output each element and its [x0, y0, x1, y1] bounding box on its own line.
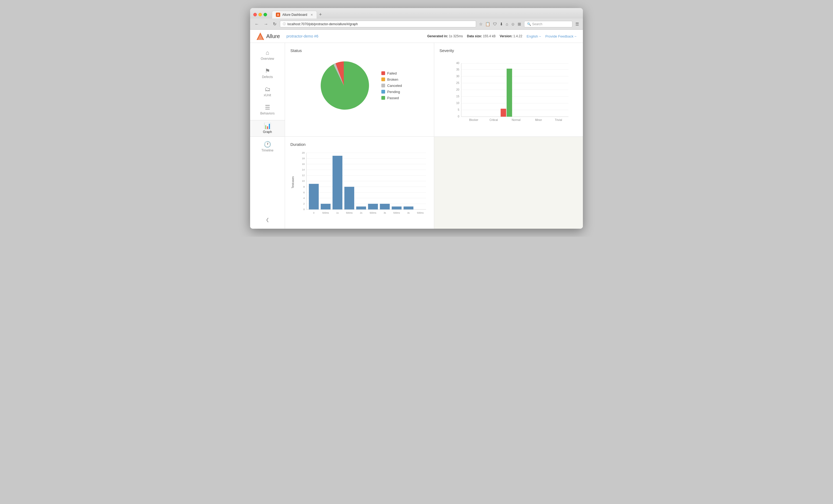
- generated-value: 1s 325ms: [449, 34, 463, 38]
- behaviors-icon: ☰: [265, 105, 270, 110]
- sidebar-item-overview[interactable]: ⌂ Overview: [250, 47, 285, 63]
- duration-chart-wrap: Testcases 0 2 4 6 8 10 1: [290, 150, 429, 223]
- new-tab-button[interactable]: +: [317, 11, 324, 19]
- language-button[interactable]: English ~: [526, 34, 541, 38]
- shield-icon[interactable]: 🛡: [492, 21, 498, 27]
- pending-color: [381, 90, 385, 94]
- defects-label: Defects: [262, 75, 273, 79]
- svg-text:Testcases: Testcases: [291, 176, 294, 188]
- allure-logo-icon: [257, 32, 264, 40]
- svg-text:8: 8: [303, 185, 305, 188]
- title-bar: A Allure Dashboard ✕ +: [250, 8, 583, 19]
- svg-text:Minor: Minor: [535, 119, 542, 122]
- svg-text:4s: 4s: [407, 212, 410, 214]
- browser-tab[interactable]: A Allure Dashboard ✕: [272, 11, 317, 19]
- pie-container: Failed Broken Canceled Pending: [290, 56, 429, 115]
- legend-item-passed: Passed: [381, 96, 402, 100]
- back-button[interactable]: ←: [253, 21, 260, 27]
- star-icon[interactable]: ☆: [478, 21, 483, 27]
- extensions-icon[interactable]: ⊞: [517, 21, 522, 27]
- severity-chart-wrap: 0 5 10 15 20 25: [439, 56, 578, 131]
- reload-button[interactable]: ↻: [271, 21, 278, 27]
- xunit-icon: 🗂: [265, 86, 270, 92]
- data-size-label: Data size:: [467, 34, 482, 38]
- minimize-button[interactable]: [258, 13, 262, 16]
- severity-bar-normal-red: [500, 109, 506, 117]
- svg-text:0: 0: [457, 115, 459, 118]
- tab-bar: A Allure Dashboard ✕ +: [272, 11, 580, 19]
- app-logo: Allure: [257, 32, 280, 40]
- version-label: Version:: [500, 34, 512, 38]
- sidebar-item-defects[interactable]: ⚑ Defects: [250, 66, 285, 81]
- generated-info: Generated in: 1s 325ms Data size: 155.4 …: [427, 34, 522, 38]
- search-placeholder: Search: [532, 22, 542, 26]
- svg-text:2s: 2s: [360, 212, 362, 214]
- search-field[interactable]: 🔍 Search: [524, 21, 572, 27]
- content-grid: Status: [285, 43, 583, 229]
- app-body: ⌂ Overview ⚑ Defects 🗂 xUnit ☰ Behaviors…: [250, 43, 583, 229]
- svg-text:4: 4: [303, 197, 305, 199]
- generated-label: Generated in:: [427, 34, 448, 38]
- traffic-lights: [253, 13, 267, 16]
- url-field[interactable]: ⓘ localhost:7070/job/protractor-demo/all…: [280, 21, 476, 27]
- close-button[interactable]: [253, 13, 257, 16]
- failed-color: [381, 71, 385, 75]
- svg-text:500ms: 500ms: [346, 212, 353, 214]
- svg-text:0: 0: [303, 208, 305, 211]
- sidebar-item-graph[interactable]: 📊 Graph: [250, 120, 285, 137]
- empty-panel: [434, 137, 583, 229]
- severity-panel: Severity 0 5: [434, 43, 583, 136]
- tab-favicon: A: [276, 12, 280, 17]
- sidebar-item-behaviors[interactable]: ☰ Behaviors: [250, 102, 285, 118]
- defects-icon: ⚑: [265, 68, 270, 74]
- svg-text:10: 10: [302, 180, 305, 182]
- dur-bar-7: [392, 206, 402, 209]
- svg-text:35: 35: [456, 68, 459, 71]
- sidebar: ⌂ Overview ⚑ Defects 🗂 xUnit ☰ Behaviors…: [250, 43, 285, 229]
- dur-bar-6: [380, 204, 390, 209]
- broken-label: Broken: [387, 77, 398, 81]
- maximize-button[interactable]: [264, 13, 267, 16]
- legend-item-failed: Failed: [381, 71, 402, 75]
- svg-text:6: 6: [303, 191, 305, 194]
- sidebar-item-timeline[interactable]: 🕐 Timeline: [250, 139, 285, 155]
- svg-text:Normal: Normal: [511, 119, 520, 122]
- dur-bar-0: [309, 184, 319, 210]
- svg-text:14: 14: [302, 168, 305, 171]
- status-title: Status: [290, 48, 429, 53]
- dur-bar-4: [356, 206, 366, 209]
- legend-item-canceled: Canceled: [381, 84, 402, 88]
- dur-bar-5: [368, 204, 378, 209]
- bookmark-icon[interactable]: 📋: [484, 21, 491, 27]
- status-panel: Status: [285, 43, 434, 136]
- pending-label: Pending: [387, 90, 400, 94]
- toolbar-icons: ☆ 📋 🛡 ⬇ ⌂ ☺ ⊞: [478, 21, 522, 27]
- svg-text:15: 15: [456, 95, 459, 98]
- svg-text:0: 0: [313, 212, 314, 214]
- severity-title: Severity: [439, 48, 578, 53]
- sidebar-item-xunit[interactable]: 🗂 xUnit: [250, 84, 285, 100]
- dur-bar-8: [404, 206, 413, 209]
- tab-close-icon[interactable]: ✕: [310, 13, 313, 17]
- svg-text:500ms: 500ms: [417, 212, 424, 214]
- sidebar-collapse-button[interactable]: ❮: [250, 215, 285, 224]
- broken-color: [381, 77, 385, 81]
- graph-label: Graph: [263, 130, 272, 134]
- project-link[interactable]: protractor-demo #6: [286, 34, 318, 38]
- canceled-color: [381, 84, 385, 87]
- pie-chart: [317, 59, 371, 112]
- feedback-button[interactable]: Provide Feedback ~: [545, 34, 576, 38]
- dur-bar-1: [321, 204, 331, 209]
- forward-button[interactable]: →: [262, 21, 269, 27]
- download-icon[interactable]: ⬇: [499, 21, 504, 27]
- xunit-label: xUnit: [264, 93, 271, 97]
- passed-label: Passed: [387, 96, 399, 100]
- browser-window: A Allure Dashboard ✕ + ← → ↻ ⓘ localhost…: [250, 8, 583, 229]
- svg-text:500ms: 500ms: [394, 212, 400, 214]
- home-icon[interactable]: ⌂: [505, 21, 509, 27]
- legend: Failed Broken Canceled Pending: [381, 71, 402, 100]
- svg-text:10: 10: [456, 102, 459, 105]
- menu-icon[interactable]: ☰: [575, 21, 580, 27]
- duration-panel: Duration Testcases 0 2 4: [285, 137, 434, 229]
- user-icon[interactable]: ☺: [510, 21, 516, 27]
